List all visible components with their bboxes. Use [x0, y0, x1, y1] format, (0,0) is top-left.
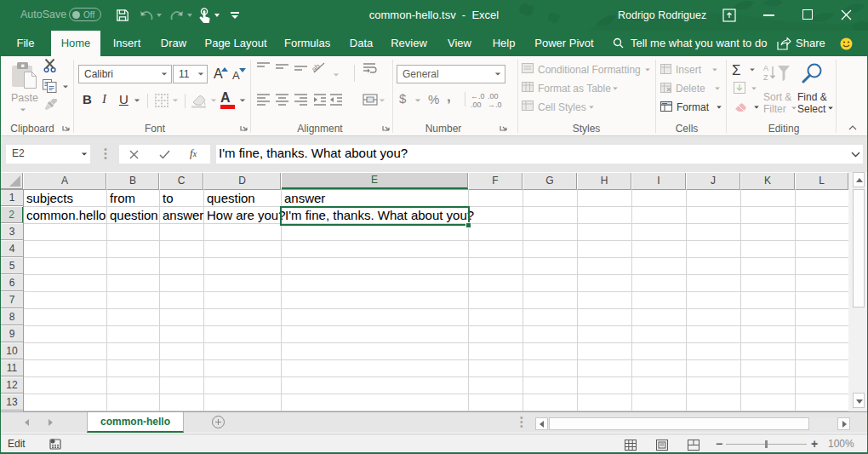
svg-text:Z: Z: [763, 73, 768, 82]
svg-text:ab: ab: [310, 62, 322, 74]
svg-text:A: A: [763, 64, 768, 72]
